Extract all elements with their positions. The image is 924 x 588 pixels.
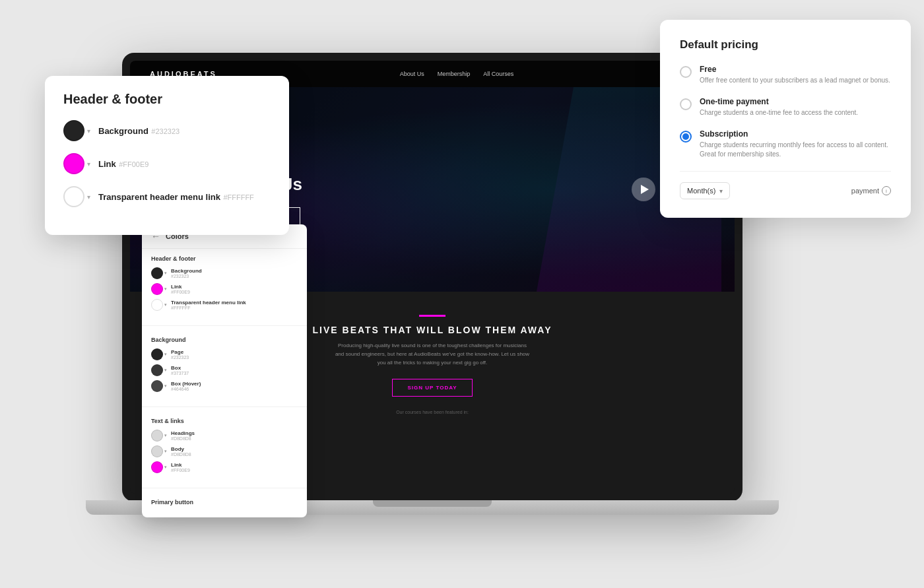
color-row-box: ▾ Box #373737 (151, 364, 298, 376)
page-color-label: Page (171, 349, 189, 355)
page-color-info: Page #232323 (171, 349, 189, 360)
divider-2 (142, 407, 307, 407)
box-color-info: Box #373737 (171, 365, 189, 376)
box-hover-swatch[interactable]: ▾ (151, 380, 167, 392)
hf-transparent-dot (63, 186, 84, 207)
bg-color-label: Background (171, 268, 202, 274)
headings-color-label: Headings (171, 430, 195, 436)
body-color-label: Body (171, 446, 191, 452)
bg-chevron: ▾ (164, 271, 167, 276)
radio-subscription-inner (682, 133, 689, 140)
hf-transparent-swatch-wrap[interactable]: ▾ (63, 186, 90, 207)
pricing-free-label: Free (700, 65, 890, 74)
body-swatch[interactable]: ▾ (151, 445, 167, 457)
months-label: Month(s) (687, 187, 715, 195)
transparent-swatch[interactable]: ▾ (151, 299, 167, 311)
hf-link-label: Link (98, 159, 116, 169)
link-color-label: Link (171, 284, 190, 290)
transparent-color-info: Transparent header menu link #FFFFFF (171, 300, 246, 310)
hf-transparent-chevron: ▾ (87, 193, 90, 201)
play-button[interactable] (632, 178, 655, 201)
box-hover-chevron: ▾ (164, 383, 167, 389)
hf-bg-dot (63, 120, 84, 141)
signup-button[interactable]: SIGN UP TODAY (392, 379, 472, 397)
body-color-hex: #D8D8D8 (171, 452, 191, 457)
box-hover-dot (151, 380, 163, 392)
pricing-onetime-label: One-time payment (700, 97, 858, 106)
pricing-bottom: Month(s) ▾ payment i (680, 171, 891, 199)
headings-swatch[interactable]: ▾ (151, 430, 167, 441)
payment-label: payment i (851, 186, 891, 195)
page-dot (151, 348, 163, 360)
nav-courses[interactable]: All Courses (483, 71, 513, 77)
pricing-free-content: Free Offer free content to your subscrib… (700, 65, 890, 85)
bg-swatch[interactable]: ▾ (151, 267, 167, 279)
months-chevron-icon: ▾ (719, 187, 723, 195)
box-hover-color-info: Box (Hover) #464646 (171, 381, 201, 391)
headings-color-hex: #D8D8D8 (171, 436, 195, 441)
hf-transparent-label: Transparent header menu link (98, 192, 220, 202)
hf-link-dot (63, 153, 84, 174)
body-chevron: ▾ (164, 449, 167, 454)
colors-section-background: Background ▾ Page #232323 ▾ Box #373737 (142, 330, 307, 403)
text-link-dot (151, 461, 163, 473)
hf-bg-info: Background #232323 (98, 125, 180, 137)
hf-link-swatch-wrap[interactable]: ▾ (63, 153, 90, 174)
transparent-color-label: Transparent header menu link (171, 300, 246, 306)
color-row-link: ▾ Link #FF00E9 (151, 283, 298, 295)
pricing-panel: Default pricing Free Offer free content … (660, 20, 911, 218)
bg-color-hex: #232323 (171, 274, 202, 278)
box-dot (151, 364, 163, 376)
page-swatch[interactable]: ▾ (151, 348, 167, 360)
hf-transparent-row: ▾ Transparent header menu link #FFFFFF (63, 186, 271, 207)
header-footer-card: Header & footer ▾ Background #232323 ▾ L… (45, 76, 289, 235)
text-link-color-info: Link #FF00E9 (171, 462, 190, 473)
color-row-page: ▾ Page #232323 (151, 348, 298, 360)
radio-subscription[interactable] (680, 131, 692, 143)
colors-section-text-links: Text & links ▾ Headings #D8D8D8 ▾ Body #… (142, 411, 307, 484)
nav-membership[interactable]: Membership (438, 71, 471, 77)
nav-about[interactable]: About Us (400, 71, 424, 77)
color-row-headings: ▾ Headings #D8D8D8 (151, 430, 298, 441)
box-hover-color-label: Box (Hover) (171, 381, 201, 387)
box-color-hex: #373737 (171, 371, 189, 376)
middle-text: Producing high-quality live sound is one… (333, 342, 531, 367)
text-link-swatch[interactable]: ▾ (151, 461, 167, 473)
hf-bg-hex: #232323 (151, 127, 180, 135)
header-footer-title: Header & footer (63, 92, 271, 107)
colors-section-header-footer: Header & footer ▾ Background #232323 ▾ L… (142, 249, 307, 321)
radio-onetime[interactable] (680, 98, 692, 110)
link-chevron: ▾ (164, 286, 167, 292)
bg-dot (151, 267, 163, 279)
pricing-onetime-content: One-time payment Charge students a one-t… (700, 97, 858, 117)
pricing-subscription-label: Subscription (700, 129, 891, 139)
link-swatch[interactable]: ▾ (151, 283, 167, 295)
pricing-title: Default pricing (680, 38, 891, 51)
hf-transparent-hex: #FFFFFF (223, 193, 253, 201)
color-row-text-link: ▾ Link #FF00E9 (151, 461, 298, 473)
divider-1 (142, 325, 307, 326)
box-swatch[interactable]: ▾ (151, 364, 167, 376)
bg-color-info: Background #232323 (171, 268, 202, 278)
transparent-dot (151, 299, 163, 311)
hf-link-row: ▾ Link #FF00E9 (63, 153, 271, 174)
box-color-label: Box (171, 365, 189, 371)
text-link-chevron: ▾ (164, 465, 167, 470)
hf-bg-label: Background (98, 126, 148, 136)
headings-color-info: Headings #D8D8D8 (171, 430, 195, 441)
months-selector[interactable]: Month(s) ▾ (680, 182, 730, 199)
hf-bg-swatch-wrap[interactable]: ▾ (63, 120, 90, 141)
accent-bar (419, 315, 446, 317)
pricing-option-onetime: One-time payment Charge students a one-t… (680, 97, 891, 117)
info-icon[interactable]: i (882, 186, 891, 195)
color-row-bg: ▾ Background #232323 (151, 267, 298, 279)
body-dot (151, 445, 163, 457)
divider-3 (142, 488, 307, 488)
payment-text: payment (851, 187, 879, 195)
pricing-subscription-content: Subscription Charge students recurring m… (700, 129, 891, 159)
link-dot (151, 283, 163, 295)
colors-panel: ← Colors Header & footer ▾ Background #2… (142, 224, 307, 517)
hf-link-info: Link #FF00E9 (98, 158, 148, 170)
color-row-box-hover: ▾ Box (Hover) #464646 (151, 380, 298, 392)
radio-free[interactable] (680, 66, 692, 78)
